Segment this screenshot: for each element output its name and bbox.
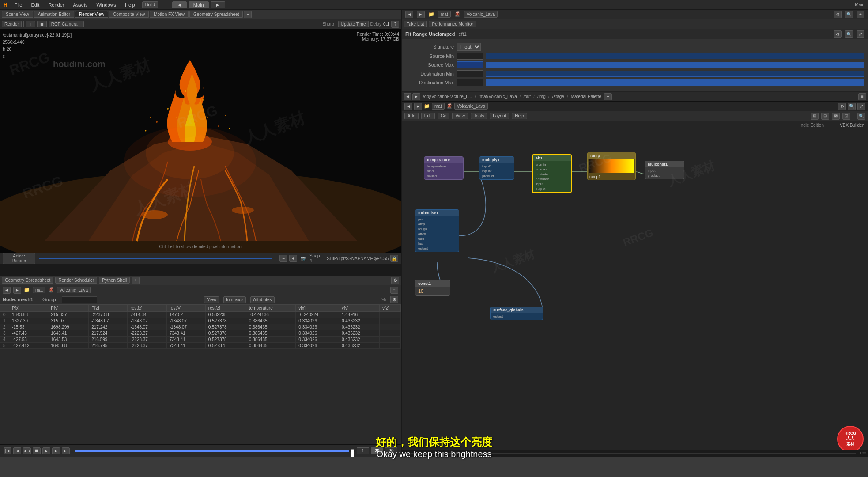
nn-search-btn[interactable]: 🔍	[857, 113, 865, 120]
mat-path-btn[interactable]: mat	[438, 11, 451, 18]
tab-composite-view[interactable]: Composite View	[109, 11, 149, 18]
ss-panel-options[interactable]: ≡	[390, 287, 398, 294]
spreadsheet-table-area[interactable]: P[x] P[y] P[z] rest[x] rest[y] rest[z] t…	[0, 304, 401, 444]
intrinsics-btn[interactable]: Intrinsics	[223, 296, 246, 303]
rp-settings-btn[interactable]: ⚙	[834, 11, 842, 18]
srcmax-bar[interactable]	[486, 62, 864, 68]
ss-nav-back[interactable]: ◄	[3, 287, 11, 294]
nn-menu-add[interactable]: Add	[404, 113, 419, 119]
node-canvas[interactable]: Indie Edition VEX Builder	[402, 121, 868, 457]
prev-frame-btn[interactable]: ◄	[13, 447, 21, 454]
ss-tab-render-sched[interactable]: Render Scheduler	[55, 277, 97, 284]
main-tab-main[interactable]: Main	[189, 1, 209, 8]
node-eft1[interactable]: eft1 srcmin srcmax destmin destmax input…	[532, 154, 572, 193]
nn-sub-back[interactable]: ◄	[404, 103, 412, 110]
start-frame-input[interactable]: 1	[357, 447, 369, 454]
nn-menu-tools[interactable]: Tools	[471, 113, 487, 119]
nn-sub-options[interactable]: ⚙	[838, 103, 846, 110]
tab-render-view[interactable]: Render View	[75, 11, 108, 18]
camera-dropdown[interactable]: ROP Camera	[49, 21, 84, 27]
help-icon[interactable]: ?	[391, 21, 399, 28]
tab-motion-fx[interactable]: Motion FX View	[150, 11, 189, 18]
attributes-btn[interactable]: Attributes	[250, 296, 274, 303]
menu-assets[interactable]: Assets	[71, 1, 89, 8]
destmin-bar[interactable]	[486, 71, 864, 77]
nn-nav-back[interactable]: ◄	[404, 93, 411, 100]
node-ramp1[interactable]: ramp ramp1	[587, 152, 636, 180]
main-tab[interactable]: ◄	[172, 1, 187, 8]
update-time-btn[interactable]: Update Time	[338, 21, 369, 27]
rp-add-btn[interactable]: +	[857, 11, 864, 18]
nn-nav-forward[interactable]: ►	[412, 93, 420, 100]
tab-scene-view[interactable]: Scene View	[2, 11, 33, 18]
play-forward-btn[interactable]: ▶	[42, 447, 50, 454]
menu-file[interactable]: File	[13, 1, 24, 8]
view-btn[interactable]: View	[204, 296, 219, 303]
nn-toolbar-btn1[interactable]: ⊞	[811, 113, 819, 120]
srcmin-input[interactable]: 0	[457, 53, 483, 60]
nn-add-tab[interactable]: +	[604, 93, 612, 100]
nn-menu-layout[interactable]: Layout	[490, 113, 509, 119]
rp-nav-back[interactable]: ◄	[405, 11, 413, 18]
destmax-input[interactable]: 1	[457, 79, 483, 86]
timeline-track[interactable]	[75, 450, 355, 452]
ss-nav-forward[interactable]: ►	[13, 287, 21, 294]
nn-menu-help[interactable]: Help	[512, 113, 527, 119]
nn-sub-forward[interactable]: ►	[414, 103, 422, 110]
zoom-out-btn[interactable]: −	[279, 255, 287, 262]
zoom-in-btn[interactable]: +	[289, 255, 297, 262]
stop-button[interactable]: ⏹	[37, 21, 47, 27]
active-render-btn[interactable]: Active Render	[3, 253, 35, 264]
nn-toolbar-btn2[interactable]: ⊟	[821, 113, 829, 120]
menu-render[interactable]: Render	[46, 1, 66, 8]
ss-options-btn[interactable]: ⚙	[391, 277, 399, 284]
node-const1[interactable]: const1 10	[415, 280, 450, 296]
nn-mat-btn[interactable]: mat	[432, 103, 445, 110]
menu-help[interactable]: Help	[123, 1, 137, 8]
menu-edit[interactable]: Edit	[29, 1, 41, 8]
nn-menu-view[interactable]: View	[452, 113, 468, 119]
nn-menu-edit[interactable]: Edit	[421, 113, 435, 119]
nn-toolbar-btn3[interactable]: ⊠	[832, 113, 840, 120]
render-button[interactable]: Render	[2, 21, 22, 27]
nn-menu-go[interactable]: Go	[438, 113, 449, 119]
nn-options[interactable]: ≡	[858, 93, 866, 100]
node-turbnoise1[interactable]: turbnoise1 pos amp rough atten turb lac …	[415, 209, 459, 252]
volcanic-lava-path-btn[interactable]: Volcanic_Lava	[464, 11, 498, 18]
tab-animation-editor[interactable]: Animation Editor	[34, 11, 74, 18]
ss-tab-python[interactable]: Python Shell	[99, 277, 130, 284]
fit-settings-btn[interactable]: ⚙	[834, 30, 842, 38]
rp-nav-forward[interactable]: ►	[417, 11, 425, 18]
lock-icon[interactable]: 🔒	[390, 255, 398, 262]
stop-btn[interactable]: ⏹	[33, 447, 41, 454]
srcmin-bar[interactable]	[486, 53, 864, 59]
node-bind1[interactable]: temperature temperature bind bound	[424, 156, 464, 180]
node-multiply1[interactable]: multiply1 input1 input2 product	[479, 156, 514, 180]
rp-search-btn[interactable]: 🔍	[845, 11, 853, 18]
srcmax-input[interactable]: 2.5	[457, 61, 483, 68]
main-tab-arrow[interactable]: ►	[211, 1, 225, 8]
destmax-bar[interactable]	[486, 80, 864, 86]
group-input[interactable]	[62, 296, 97, 303]
add-panel-btn[interactable]: +	[132, 277, 140, 284]
destmin-input[interactable]: 0	[457, 70, 483, 77]
add-tab-button[interactable]: +	[244, 11, 252, 18]
take-list-btn[interactable]: Take List	[404, 21, 427, 27]
menu-windows[interactable]: Windows	[94, 1, 118, 8]
node-mulconst1[interactable]: mulconst1 input product	[645, 161, 684, 179]
next-frame-btn[interactable]: ►	[52, 447, 60, 454]
build-button[interactable]: Build	[142, 1, 158, 8]
signature-select[interactable]: Float	[457, 43, 481, 51]
fit-search-btn[interactable]: 🔍	[845, 30, 853, 38]
volcanic-lava-btn[interactable]: Volcanic_Lava	[57, 287, 91, 293]
tab-geometry-spreadsheet[interactable]: Geometry Spreadsheet	[189, 11, 243, 18]
fit-expand-btn[interactable]: ⤢	[857, 30, 864, 38]
play-end-btn[interactable]: ►|	[62, 447, 70, 454]
timeline-marker[interactable]	[351, 449, 354, 457]
ss-filter-btn[interactable]: ⚙	[390, 296, 398, 303]
nn-sub-fit[interactable]: ⤢	[857, 103, 865, 110]
perf-monitor-btn[interactable]: Performance Monitor	[429, 21, 476, 27]
node-surface-globals[interactable]: surface_globals output	[490, 307, 543, 320]
ss-tab-geometry[interactable]: Geometry Spreadsheet	[2, 277, 53, 284]
play-begin-btn[interactable]: |◄	[4, 447, 11, 454]
